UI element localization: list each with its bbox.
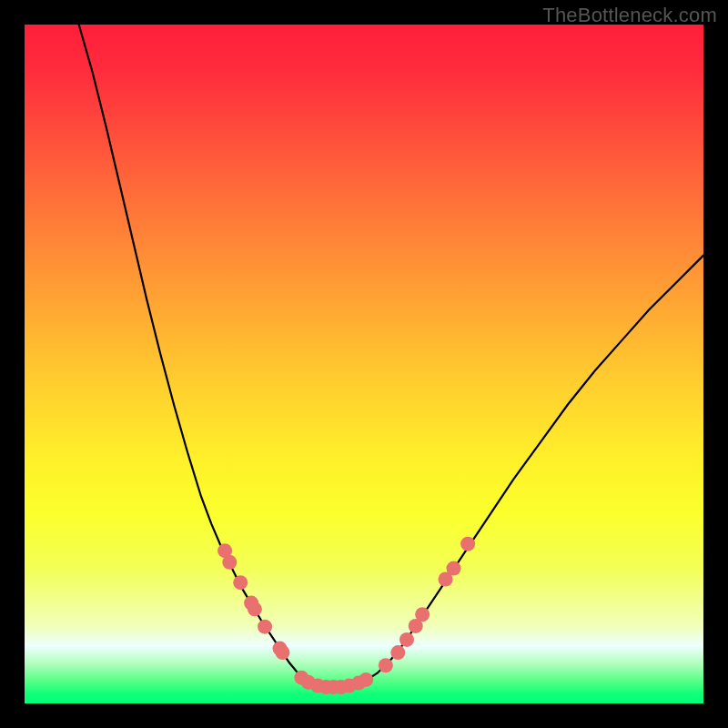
app-frame: TheBottleneck.com	[0, 0, 728, 728]
chart-marker-4	[248, 602, 262, 616]
chart-marker-7	[275, 645, 289, 660]
chart-marker-16	[359, 672, 373, 687]
chart-marker-19	[399, 632, 414, 647]
chart-marker-1	[222, 555, 237, 570]
chart-series-left-curve	[79, 25, 317, 686]
chart-marker-18	[390, 645, 405, 660]
chart-marker-2	[233, 575, 248, 590]
chart-marker-5	[258, 620, 272, 634]
chart-marker-24	[460, 537, 475, 551]
chart-plot-area	[25, 25, 703, 703]
chart-marker-21	[415, 607, 430, 622]
chart-marker-23	[446, 561, 460, 576]
chart-lines-group	[79, 25, 703, 688]
chart-series-right-curve	[350, 256, 703, 686]
chart-markers-group	[217, 537, 475, 694]
chart-marker-17	[379, 658, 393, 672]
chart-svg	[25, 25, 703, 703]
